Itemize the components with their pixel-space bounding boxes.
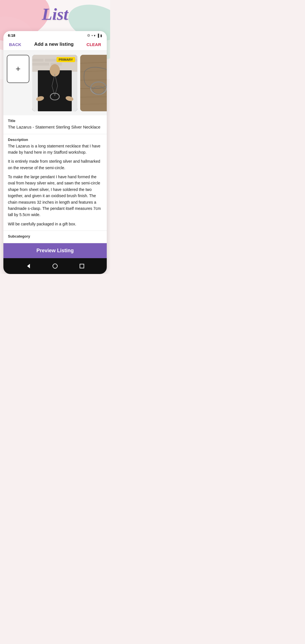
- bottom-nav-bar: [3, 258, 107, 274]
- secondary-listing-image[interactable]: [80, 55, 107, 111]
- nav-recent-button[interactable]: [78, 262, 86, 270]
- svg-rect-12: [32, 63, 49, 66]
- primary-image-container: PRIMARY: [32, 55, 77, 111]
- form-content: Title The Lazarus - Statement Sterling S…: [3, 115, 107, 243]
- secondary-image-container: [80, 55, 107, 111]
- page-title: Add a new listing: [34, 42, 74, 47]
- primary-badge: PRIMARY: [56, 57, 75, 62]
- title-value[interactable]: The Lazarus - Statement Sterling Silver …: [8, 124, 102, 130]
- title-field: Title The Lazarus - Statement Sterling S…: [3, 115, 107, 134]
- signal-icon: ▐: [97, 34, 99, 38]
- app-header: List: [0, 0, 110, 28]
- nav-back-button[interactable]: [24, 262, 32, 270]
- description-field: Description The Lazarus is a long statem…: [3, 134, 107, 231]
- nav-home-button[interactable]: [51, 262, 59, 270]
- status-bar: 6:18 ⚙ ▪ ▾ ▐ ▮: [3, 31, 107, 39]
- subcategory-field[interactable]: Subcategory: [3, 231, 107, 243]
- primary-listing-image[interactable]: [32, 55, 77, 111]
- wifi-icon: ▾: [94, 34, 95, 38]
- phone-frame: 6:18 ⚙ ▪ ▾ ▐ ▮ BACK Add a new listing CL…: [3, 31, 107, 274]
- title-label: Title: [8, 119, 102, 123]
- add-image-button[interactable]: +: [7, 55, 29, 83]
- battery-icon: ▮: [100, 34, 102, 38]
- settings-icon: ⚙: [87, 33, 90, 38]
- preview-btn-container: Preview Listing: [3, 243, 107, 258]
- desc-para-1: The Lazarus is a long statement necklace…: [8, 143, 102, 156]
- svg-rect-34: [80, 264, 84, 268]
- app-title: List: [42, 5, 68, 23]
- plus-icon: +: [16, 64, 21, 74]
- clear-button[interactable]: CLEAR: [86, 42, 101, 47]
- status-time: 6:18: [8, 33, 15, 38]
- sim-icon: ▪: [91, 33, 93, 38]
- desc-para-3: To make the large pendant I have hand fo…: [8, 174, 102, 218]
- preview-listing-button[interactable]: Preview Listing: [9, 248, 101, 254]
- status-icons: ⚙ ▪ ▾ ▐ ▮: [87, 33, 102, 38]
- description-value[interactable]: The Lazarus is a long statement necklace…: [8, 143, 102, 227]
- back-button[interactable]: BACK: [9, 42, 21, 47]
- subcategory-label: Subcategory: [8, 234, 102, 238]
- svg-rect-9: [32, 59, 43, 62]
- desc-para-2: It is entirely made from sterling silver…: [8, 158, 102, 171]
- svg-marker-32: [27, 264, 30, 268]
- nav-bar: BACK Add a new listing CLEAR: [3, 39, 107, 51]
- desc-para-4: Will be carefully packaged in a gift box…: [8, 221, 102, 227]
- images-section: +: [3, 51, 107, 115]
- svg-point-33: [53, 264, 57, 268]
- description-label: Description: [8, 138, 102, 142]
